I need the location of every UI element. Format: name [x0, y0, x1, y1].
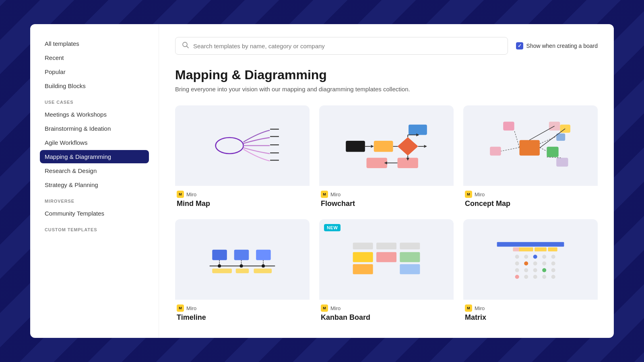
svg-point-2 — [216, 138, 244, 154]
search-row: Show when creating a board — [175, 37, 598, 55]
svg-point-70 — [533, 255, 537, 259]
svg-point-82 — [551, 268, 555, 272]
svg-point-46 — [218, 264, 221, 267]
svg-rect-56 — [376, 243, 396, 249]
category-description: Bring everyone into your vision with our… — [175, 86, 598, 93]
svg-rect-54 — [254, 269, 272, 273]
svg-rect-62 — [400, 264, 420, 274]
svg-line-40 — [529, 126, 554, 140]
sidebar-item-building-blocks[interactable]: Building Blocks — [40, 79, 149, 93]
svg-point-76 — [542, 261, 546, 265]
sidebar-item-research-design[interactable]: Research & Design — [40, 164, 149, 177]
card-preview-timeline — [175, 219, 310, 300]
card-info-concept-map: M Miro Concept Map — [463, 186, 598, 210]
sidebar-item-recent[interactable]: Recent — [40, 51, 149, 64]
svg-rect-22 — [367, 158, 387, 168]
svg-rect-57 — [400, 243, 420, 249]
sidebar-item-strategy-planning[interactable]: Strategy & Planning — [40, 178, 149, 191]
template-card-matrix[interactable]: M Miro Matrix — [463, 219, 598, 323]
sidebar-item-meetings-workshops[interactable]: Meetings & Workshops — [40, 108, 149, 121]
svg-point-74 — [524, 261, 528, 265]
miro-logo-flowchart: M — [321, 191, 328, 198]
modal-container: All templates Recent Popular Building Bl… — [30, 24, 614, 338]
card-author-mind-map: M Miro — [177, 191, 308, 198]
card-name-concept-map: Concept Map — [465, 200, 596, 208]
card-info-flowchart: M Miro Flowchart — [319, 186, 454, 210]
miro-logo-kanban: M — [321, 304, 328, 312]
svg-rect-55 — [353, 243, 373, 249]
svg-rect-66 — [548, 247, 557, 251]
sidebar-item-all-templates[interactable]: All templates — [40, 37, 149, 50]
svg-rect-31 — [490, 147, 501, 156]
svg-rect-58 — [353, 252, 373, 262]
card-preview-kanban: NEW — [319, 219, 454, 300]
svg-rect-60 — [376, 252, 396, 262]
card-info-timeline: M Miro Timeline — [175, 300, 310, 323]
card-author-concept-map: M Miro — [465, 191, 596, 198]
svg-rect-28 — [547, 147, 558, 157]
miro-logo-timeline: M — [177, 304, 184, 312]
svg-point-78 — [515, 268, 519, 272]
svg-rect-61 — [400, 252, 420, 262]
template-grid: M Miro Mind Map — [175, 105, 598, 323]
show-creating-row: Show when creating a board — [516, 42, 598, 49]
svg-line-37 — [540, 148, 547, 151]
template-card-timeline[interactable]: M Miro Timeline — [175, 219, 310, 323]
sidebar-item-mapping-diagramming[interactable]: Mapping & Diagramming — [40, 150, 149, 163]
search-input[interactable] — [193, 43, 501, 49]
svg-point-81 — [542, 268, 546, 272]
template-card-flowchart[interactable]: M Miro Flowchart — [319, 105, 454, 210]
card-preview-concept-map — [463, 105, 598, 186]
template-card-kanban[interactable]: NEW M — [319, 219, 454, 323]
svg-rect-63 — [497, 242, 564, 247]
card-name-matrix: Matrix — [465, 313, 596, 322]
card-name-flowchart: Flowchart — [321, 200, 452, 208]
card-name-mind-map: Mind Map — [177, 200, 308, 208]
search-icon — [182, 41, 189, 50]
card-author-flowchart: M Miro — [321, 191, 452, 198]
svg-line-36 — [501, 148, 520, 151]
main-content: Show when creating a board Mapping & Dia… — [159, 24, 614, 338]
svg-marker-14 — [398, 137, 418, 156]
template-card-concept-map[interactable]: M Miro Concept Map — [463, 105, 598, 210]
svg-point-85 — [533, 275, 537, 279]
svg-rect-65 — [535, 247, 547, 251]
svg-rect-32 — [556, 158, 568, 167]
svg-point-71 — [542, 255, 546, 259]
card-preview-flowchart — [319, 105, 454, 186]
sidebar-item-brainstorming-ideation[interactable]: Brainstorming & Ideation — [40, 122, 149, 135]
sidebar-item-community-templates[interactable]: Community Templates — [40, 207, 149, 220]
show-creating-checkbox[interactable] — [516, 42, 523, 49]
svg-marker-10 — [371, 145, 374, 148]
card-preview-matrix — [463, 219, 598, 300]
card-author-timeline: M Miro — [177, 304, 308, 312]
svg-point-75 — [533, 261, 537, 265]
svg-marker-16 — [424, 145, 427, 148]
template-card-mind-map[interactable]: M Miro Mind Map — [175, 105, 310, 210]
svg-rect-59 — [353, 264, 373, 274]
svg-rect-42 — [212, 250, 227, 260]
svg-point-87 — [551, 275, 555, 279]
miroverse-label: MIROVERSE — [40, 192, 149, 207]
svg-point-72 — [551, 255, 555, 259]
card-author-kanban: M Miro — [321, 304, 452, 312]
svg-rect-30 — [549, 121, 560, 130]
new-badge: NEW — [324, 224, 341, 231]
svg-rect-17 — [409, 125, 427, 135]
search-box[interactable] — [175, 37, 508, 55]
svg-point-68 — [515, 255, 519, 259]
card-name-kanban: Kanban Board — [321, 313, 452, 322]
category-title: Mapping & Diagramming — [175, 68, 598, 82]
svg-point-48 — [262, 264, 265, 267]
svg-rect-53 — [236, 269, 249, 273]
svg-rect-8 — [346, 141, 365, 152]
card-author-matrix: M Miro — [465, 304, 596, 312]
card-preview-mind-map — [175, 105, 310, 186]
card-info-kanban: M Miro Kanban Board — [319, 300, 454, 323]
miro-logo-matrix: M — [465, 304, 472, 312]
svg-point-80 — [533, 268, 537, 272]
svg-point-47 — [240, 264, 243, 267]
sidebar-item-popular[interactable]: Popular — [40, 65, 149, 78]
sidebar-item-agile-workflows[interactable]: Agile Workflows — [40, 136, 149, 149]
svg-rect-44 — [256, 250, 271, 260]
